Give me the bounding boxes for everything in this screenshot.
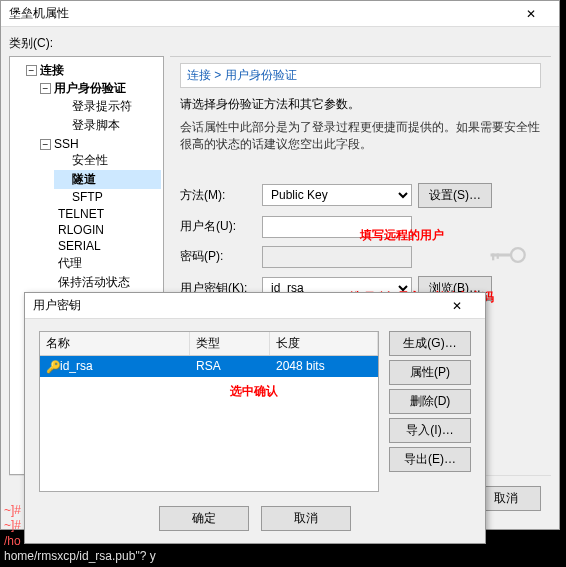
tree-auth[interactable]: 用户身份验证 (54, 81, 126, 95)
key-icon: 🔑 (46, 360, 60, 374)
close-icon[interactable]: ✕ (511, 7, 551, 21)
prompt: ~]# (4, 503, 21, 517)
password-input (262, 246, 412, 268)
import-button[interactable]: 导入(I)… (389, 418, 471, 443)
terminal-line: home/rmsxcp/id_rsa.pub"? y (4, 549, 562, 565)
tree-login-prompt[interactable]: 登录提示符 (54, 97, 161, 116)
tree-sftp[interactable]: SFTP (54, 189, 161, 205)
breadcrumb: 连接 > 用户身份验证 (180, 63, 541, 88)
svg-rect-3 (497, 253, 499, 258)
key-list[interactable]: 名称 类型 长度 🔑id_rsa RSA 2048 bits 选中确认 (39, 331, 379, 492)
tree-tunnel[interactable]: 隧道 (54, 170, 161, 189)
titlebar: 堡垒机属性 ✕ (1, 1, 559, 27)
export-button[interactable]: 导出(E)… (389, 447, 471, 472)
tree-security[interactable]: 安全性 (54, 151, 161, 170)
tree-telnet[interactable]: TELNET (40, 206, 161, 222)
method-label: 方法(M): (180, 187, 256, 204)
list-item[interactable]: 🔑id_rsa RSA 2048 bits (40, 356, 378, 377)
username-input[interactable] (262, 216, 412, 238)
svg-point-0 (511, 248, 525, 262)
tree-serial[interactable]: SERIAL (40, 238, 161, 254)
terminal-output: ~]# ~]# /ho home/rmsxcp/id_rsa.pub"? y (0, 501, 566, 567)
properties-button[interactable]: 属性(P) (389, 360, 471, 385)
generate-button[interactable]: 生成(G)… (389, 331, 471, 356)
key-length: 2048 bits (270, 356, 378, 377)
key-icon (489, 243, 527, 270)
tree-ssh[interactable]: SSH (54, 137, 79, 151)
dialog-title: 用户密钥 (33, 297, 81, 314)
method-select[interactable]: Public Key (262, 184, 412, 206)
prompt: ~]# (4, 518, 21, 532)
close-icon[interactable]: ✕ (437, 299, 477, 313)
tree-connection[interactable]: 连接 (40, 63, 64, 77)
delete-button[interactable]: 删除(D) (389, 389, 471, 414)
tree-toggle[interactable]: − (40, 139, 51, 150)
tree-keepalive[interactable]: 保持活动状态 (40, 273, 161, 292)
key-type: RSA (190, 356, 270, 377)
svg-rect-2 (492, 253, 494, 260)
titlebar: 用户密钥 ✕ (25, 293, 485, 319)
col-type[interactable]: 类型 (190, 332, 270, 355)
tree-login-script[interactable]: 登录脚本 (54, 116, 161, 135)
tree-rlogin[interactable]: RLOGIN (40, 222, 161, 238)
prompt-fragment: /ho (4, 534, 21, 548)
list-header: 名称 类型 长度 (40, 332, 378, 356)
col-name[interactable]: 名称 (40, 332, 190, 355)
tree-proxy[interactable]: 代理 (40, 254, 161, 273)
category-label: 类别(C): (9, 35, 551, 52)
tree-toggle[interactable]: − (26, 65, 37, 76)
settings-button[interactable]: 设置(S)… (418, 183, 492, 208)
username-label: 用户名(U): (180, 218, 256, 235)
password-label: 密码(P): (180, 248, 256, 265)
col-length[interactable]: 长度 (270, 332, 378, 355)
dialog-title: 堡垒机属性 (9, 5, 69, 22)
panel-hint: 会话属性中此部分是为了登录过程更便捷而提供的。如果需要安全性很高的状态的话建议您… (180, 119, 541, 153)
panel-description: 请选择身份验证方法和其它参数。 (180, 96, 541, 113)
key-name: id_rsa (60, 359, 93, 373)
tree-toggle[interactable]: − (40, 83, 51, 94)
